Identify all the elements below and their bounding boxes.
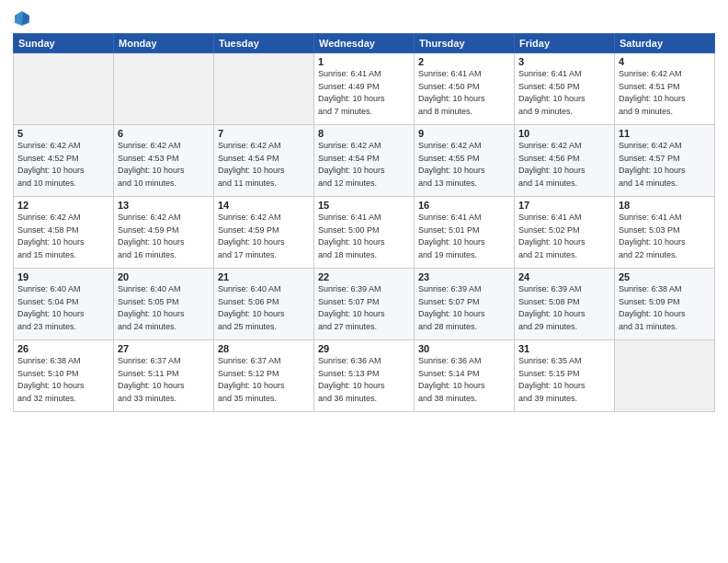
day-info: Sunrise: 6:42 AM Sunset: 4:54 PM Dayligh… — [318, 140, 410, 190]
day-info: Sunrise: 6:40 AM Sunset: 5:05 PM Dayligh… — [118, 283, 210, 333]
day-info: Sunrise: 6:42 AM Sunset: 4:59 PM Dayligh… — [218, 212, 310, 261]
day-info: Sunrise: 6:41 AM Sunset: 4:50 PM Dayligh… — [518, 68, 610, 118]
day-number: 3 — [518, 56, 610, 67]
day-info: Sunrise: 6:37 AM Sunset: 5:12 PM Dayligh… — [218, 355, 310, 405]
day-info: Sunrise: 6:36 AM Sunset: 5:13 PM Dayligh… — [318, 355, 410, 405]
day-number: 21 — [218, 271, 310, 282]
calendar-cell: 30Sunrise: 6:36 AM Sunset: 5:14 PM Dayli… — [415, 340, 515, 412]
day-info: Sunrise: 6:41 AM Sunset: 5:01 PM Dayligh… — [418, 212, 510, 261]
calendar-cell: 18Sunrise: 6:41 AM Sunset: 5:03 PM Dayli… — [615, 197, 715, 269]
day-number: 6 — [118, 128, 210, 139]
day-info: Sunrise: 6:41 AM Sunset: 5:02 PM Dayligh… — [518, 212, 610, 261]
day-number: 15 — [318, 200, 410, 211]
day-info: Sunrise: 6:42 AM Sunset: 4:58 PM Dayligh… — [17, 212, 109, 261]
calendar-cell: 1Sunrise: 6:41 AM Sunset: 4:49 PM Daylig… — [314, 53, 415, 125]
calendar-cell: 27Sunrise: 6:37 AM Sunset: 5:11 PM Dayli… — [114, 340, 214, 412]
day-info: Sunrise: 6:42 AM Sunset: 4:53 PM Dayligh… — [118, 140, 210, 190]
day-number: 16 — [418, 200, 510, 211]
day-number: 9 — [418, 128, 510, 139]
day-number: 7 — [218, 128, 310, 139]
calendar-cell: 19Sunrise: 6:40 AM Sunset: 5:04 PM Dayli… — [14, 269, 114, 340]
calendar-cell: 17Sunrise: 6:41 AM Sunset: 5:02 PM Dayli… — [515, 197, 615, 269]
day-info: Sunrise: 6:36 AM Sunset: 5:14 PM Dayligh… — [418, 355, 510, 405]
day-number: 4 — [619, 56, 711, 67]
calendar-cell: 28Sunrise: 6:37 AM Sunset: 5:12 PM Dayli… — [214, 340, 314, 412]
calendar-cell — [214, 53, 314, 125]
week-row-5: 26Sunrise: 6:38 AM Sunset: 5:10 PM Dayli… — [14, 340, 715, 412]
weekday-header-saturday: Saturday — [615, 34, 715, 53]
calendar-cell — [615, 340, 715, 412]
weekday-header-friday: Friday — [515, 34, 615, 53]
day-number: 2 — [418, 56, 510, 67]
calendar-cell: 11Sunrise: 6:42 AM Sunset: 4:57 PM Dayli… — [615, 125, 715, 197]
calendar-cell: 13Sunrise: 6:42 AM Sunset: 4:59 PM Dayli… — [114, 197, 214, 269]
calendar-cell: 8Sunrise: 6:42 AM Sunset: 4:54 PM Daylig… — [314, 125, 415, 197]
day-number: 10 — [518, 128, 610, 139]
weekday-header-wednesday: Wednesday — [314, 34, 415, 53]
calendar-cell: 5Sunrise: 6:42 AM Sunset: 4:52 PM Daylig… — [14, 125, 114, 197]
day-info: Sunrise: 6:37 AM Sunset: 5:11 PM Dayligh… — [118, 355, 210, 405]
day-info: Sunrise: 6:42 AM Sunset: 4:56 PM Dayligh… — [518, 140, 610, 190]
calendar-cell: 10Sunrise: 6:42 AM Sunset: 4:56 PM Dayli… — [515, 125, 615, 197]
day-number: 5 — [17, 128, 109, 139]
day-number: 11 — [619, 128, 711, 139]
day-number: 29 — [318, 343, 410, 354]
calendar-cell: 9Sunrise: 6:42 AM Sunset: 4:55 PM Daylig… — [415, 125, 515, 197]
calendar-cell: 2Sunrise: 6:41 AM Sunset: 4:50 PM Daylig… — [415, 53, 515, 125]
logo-icon — [13, 9, 31, 28]
day-info: Sunrise: 6:42 AM Sunset: 4:59 PM Dayligh… — [118, 212, 210, 261]
calendar-cell: 22Sunrise: 6:39 AM Sunset: 5:07 PM Dayli… — [314, 269, 415, 340]
day-info: Sunrise: 6:38 AM Sunset: 5:10 PM Dayligh… — [17, 355, 109, 405]
day-number: 28 — [218, 343, 310, 354]
week-row-2: 5Sunrise: 6:42 AM Sunset: 4:52 PM Daylig… — [14, 125, 715, 197]
calendar-cell: 15Sunrise: 6:41 AM Sunset: 5:00 PM Dayli… — [314, 197, 415, 269]
day-info: Sunrise: 6:38 AM Sunset: 5:09 PM Dayligh… — [619, 283, 711, 333]
day-info: Sunrise: 6:40 AM Sunset: 5:06 PM Dayligh… — [218, 283, 310, 333]
calendar-cell: 25Sunrise: 6:38 AM Sunset: 5:09 PM Dayli… — [615, 269, 715, 340]
day-info: Sunrise: 6:40 AM Sunset: 5:04 PM Dayligh… — [17, 283, 109, 333]
logo — [13, 9, 33, 28]
day-number: 12 — [17, 200, 109, 211]
page: SundayMondayTuesdayWednesdayThursdayFrid… — [0, 0, 728, 563]
header — [13, 9, 715, 28]
calendar-cell: 21Sunrise: 6:40 AM Sunset: 5:06 PM Dayli… — [214, 269, 314, 340]
day-number: 8 — [318, 128, 410, 139]
week-row-4: 19Sunrise: 6:40 AM Sunset: 5:04 PM Dayli… — [14, 269, 715, 340]
day-number: 13 — [118, 200, 210, 211]
day-number: 20 — [118, 271, 210, 282]
weekday-header-monday: Monday — [114, 34, 214, 53]
calendar-cell: 6Sunrise: 6:42 AM Sunset: 4:53 PM Daylig… — [114, 125, 214, 197]
calendar-cell: 3Sunrise: 6:41 AM Sunset: 4:50 PM Daylig… — [515, 53, 615, 125]
day-info: Sunrise: 6:41 AM Sunset: 4:49 PM Dayligh… — [318, 68, 410, 118]
day-number: 31 — [518, 343, 610, 354]
day-number: 24 — [518, 271, 610, 282]
day-info: Sunrise: 6:39 AM Sunset: 5:07 PM Dayligh… — [318, 283, 410, 333]
calendar-cell: 14Sunrise: 6:42 AM Sunset: 4:59 PM Dayli… — [214, 197, 314, 269]
calendar-cell — [114, 53, 214, 125]
day-info: Sunrise: 6:42 AM Sunset: 4:52 PM Dayligh… — [17, 140, 109, 190]
day-number: 14 — [218, 200, 310, 211]
day-info: Sunrise: 6:39 AM Sunset: 5:08 PM Dayligh… — [518, 283, 610, 333]
weekday-header-row: SundayMondayTuesdayWednesdayThursdayFrid… — [14, 34, 715, 53]
weekday-header-sunday: Sunday — [14, 34, 114, 53]
day-number: 23 — [418, 271, 510, 282]
day-number: 26 — [17, 343, 109, 354]
day-info: Sunrise: 6:42 AM Sunset: 4:55 PM Dayligh… — [418, 140, 510, 190]
day-info: Sunrise: 6:41 AM Sunset: 5:03 PM Dayligh… — [619, 212, 711, 261]
calendar: SundayMondayTuesdayWednesdayThursdayFrid… — [13, 33, 715, 412]
calendar-cell: 29Sunrise: 6:36 AM Sunset: 5:13 PM Dayli… — [314, 340, 415, 412]
day-number: 17 — [518, 200, 610, 211]
weekday-header-thursday: Thursday — [415, 34, 515, 53]
day-info: Sunrise: 6:39 AM Sunset: 5:07 PM Dayligh… — [418, 283, 510, 333]
calendar-cell — [14, 53, 114, 125]
day-info: Sunrise: 6:42 AM Sunset: 4:51 PM Dayligh… — [619, 68, 711, 118]
day-number: 19 — [17, 271, 109, 282]
day-info: Sunrise: 6:42 AM Sunset: 4:57 PM Dayligh… — [619, 140, 711, 190]
calendar-cell: 4Sunrise: 6:42 AM Sunset: 4:51 PM Daylig… — [615, 53, 715, 125]
week-row-3: 12Sunrise: 6:42 AM Sunset: 4:58 PM Dayli… — [14, 197, 715, 269]
calendar-cell: 12Sunrise: 6:42 AM Sunset: 4:58 PM Dayli… — [14, 197, 114, 269]
calendar-cell: 26Sunrise: 6:38 AM Sunset: 5:10 PM Dayli… — [14, 340, 114, 412]
calendar-cell: 7Sunrise: 6:42 AM Sunset: 4:54 PM Daylig… — [214, 125, 314, 197]
calendar-cell: 23Sunrise: 6:39 AM Sunset: 5:07 PM Dayli… — [415, 269, 515, 340]
calendar-cell: 20Sunrise: 6:40 AM Sunset: 5:05 PM Dayli… — [114, 269, 214, 340]
